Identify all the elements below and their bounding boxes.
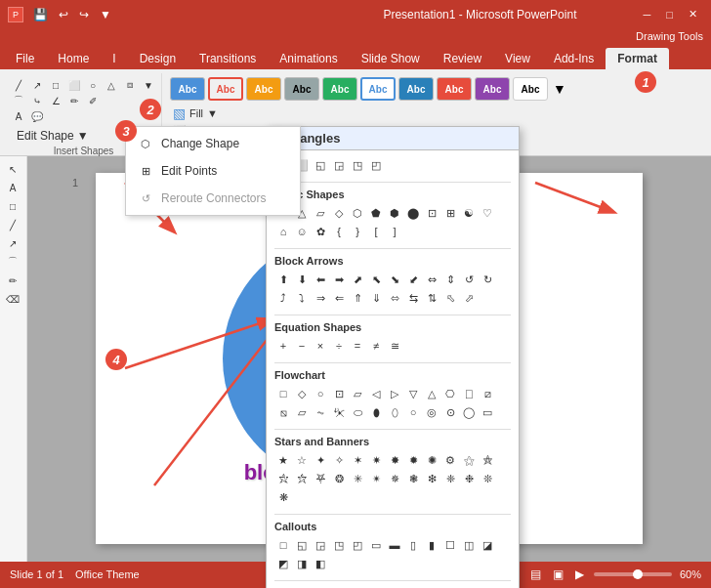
pointer-tool[interactable]: ↖ xyxy=(2,160,23,178)
ba-5[interactable]: ⬈ xyxy=(349,271,366,288)
tab-animations[interactable]: Animations xyxy=(268,48,349,69)
bs-3[interactable]: ▱ xyxy=(312,204,329,222)
eq-6[interactable]: ≠ xyxy=(367,337,385,355)
shape-btn-freeform[interactable]: ✏ xyxy=(65,93,83,108)
co-6[interactable]: ▭ xyxy=(367,536,385,554)
shape-btn-scribble[interactable]: ✐ xyxy=(84,93,102,108)
shape-btn-more[interactable]: ⧈ xyxy=(121,77,139,93)
ba-20[interactable]: ⇆ xyxy=(404,289,422,307)
st-18[interactable]: ✴ xyxy=(367,470,385,487)
bs-5[interactable]: ⬡ xyxy=(349,204,366,222)
snip-rect-shape[interactable]: ◱ xyxy=(312,156,329,174)
slideshow-button[interactable]: ▶ xyxy=(573,566,586,583)
bs-13[interactable]: ⌂ xyxy=(274,223,292,240)
maximize-button[interactable]: □ xyxy=(660,7,679,22)
tab-format[interactable]: Format xyxy=(606,48,669,69)
ba-14[interactable]: ⤵ xyxy=(293,289,311,307)
save-button[interactable]: 💾 xyxy=(29,6,52,23)
eq-2[interactable]: − xyxy=(293,337,311,355)
eq-5[interactable]: = xyxy=(349,337,366,355)
fc-19[interactable]: ⬯ xyxy=(386,403,403,421)
tab-view[interactable]: View xyxy=(493,48,542,69)
st-22[interactable]: ❈ xyxy=(441,470,459,487)
fc-7[interactable]: ▷ xyxy=(386,385,403,402)
fc-24[interactable]: ▭ xyxy=(479,403,496,421)
fc-4[interactable]: ⊡ xyxy=(330,385,348,402)
shape-btn-curve[interactable]: ⌒ xyxy=(10,93,27,108)
co-9[interactable]: ▮ xyxy=(423,536,440,554)
ba-13[interactable]: ⤴ xyxy=(274,289,292,307)
bs-12[interactable]: ♡ xyxy=(479,204,496,222)
shape-btn-arrow[interactable]: ↗ xyxy=(28,77,46,93)
bs-9[interactable]: ⊡ xyxy=(423,204,440,222)
co-8[interactable]: ▯ xyxy=(404,536,422,554)
st-1[interactable]: ★ xyxy=(274,451,292,469)
fc-8[interactable]: ▽ xyxy=(404,385,422,402)
st-25[interactable]: ❋ xyxy=(274,488,292,506)
tab-insert[interactable]: I xyxy=(101,48,127,69)
swatch-blue[interactable]: Abc xyxy=(170,77,205,101)
ba-3[interactable]: ⬅ xyxy=(312,271,329,288)
bs-7[interactable]: ⬢ xyxy=(386,204,403,222)
swatch-green[interactable]: Abc xyxy=(322,77,357,101)
co-15[interactable]: ◧ xyxy=(312,555,329,572)
bs-11[interactable]: ☯ xyxy=(460,204,478,222)
st-4[interactable]: ✧ xyxy=(330,451,348,469)
ba-18[interactable]: ⇓ xyxy=(367,289,385,307)
co-13[interactable]: ◩ xyxy=(274,555,292,572)
swatch-plain[interactable]: Abc xyxy=(513,77,548,101)
curve-tool[interactable]: ⌒ xyxy=(2,253,23,271)
shape-btn-line[interactable]: ╱ xyxy=(10,77,27,93)
ba-4[interactable]: ➡ xyxy=(330,271,348,288)
fc-12[interactable]: ⧄ xyxy=(479,385,496,402)
reading-view-button[interactable]: ▣ xyxy=(551,566,565,583)
fc-1[interactable]: □ xyxy=(274,385,292,402)
bs-6[interactable]: ⬟ xyxy=(367,204,385,222)
fc-22[interactable]: ⊙ xyxy=(441,403,459,421)
edit-shape-button[interactable]: Edit Shape ▼ xyxy=(10,126,96,146)
co-3[interactable]: ◲ xyxy=(312,536,329,554)
change-shape-item[interactable]: ⬡ Change Shape xyxy=(126,130,300,157)
shape-btn-textbox[interactable]: A xyxy=(10,108,27,124)
shape-btn-callout[interactable]: 💬 xyxy=(28,108,46,124)
eq-1[interactable]: + xyxy=(274,337,292,355)
shape-btn-connector[interactable]: ⤷ xyxy=(28,93,46,108)
co-14[interactable]: ◨ xyxy=(293,555,311,572)
fc-10[interactable]: ⎔ xyxy=(441,385,459,402)
ba-23[interactable]: ⬀ xyxy=(460,289,478,307)
zoom-slider[interactable] xyxy=(594,572,672,576)
co-12[interactable]: ◪ xyxy=(479,536,496,554)
swatch-outline-red[interactable]: Abc xyxy=(208,77,243,101)
st-21[interactable]: ❇ xyxy=(423,470,440,487)
st-2[interactable]: ☆ xyxy=(293,451,311,469)
st-6[interactable]: ✷ xyxy=(367,451,385,469)
ba-21[interactable]: ⇅ xyxy=(423,289,440,307)
tab-file[interactable]: File xyxy=(4,48,46,69)
tab-addins[interactable]: Add-Ins xyxy=(542,48,606,69)
shape-btn-rect[interactable]: □ xyxy=(47,77,64,93)
bs-19[interactable]: ] xyxy=(386,223,403,240)
st-14[interactable]: ⛦ xyxy=(293,470,311,487)
co-11[interactable]: ◫ xyxy=(460,536,478,554)
connector-tool[interactable]: ↗ xyxy=(2,234,23,252)
shape-btn-rounded[interactable]: ⬜ xyxy=(65,77,83,93)
slide-sorter-button[interactable]: ▤ xyxy=(528,566,543,583)
fc-20[interactable]: ○ xyxy=(404,403,422,421)
fc-9[interactable]: △ xyxy=(423,385,440,402)
eq-7[interactable]: ≅ xyxy=(386,337,403,355)
fc-17[interactable]: ⬭ xyxy=(349,403,366,421)
text-tool[interactable]: A xyxy=(2,179,23,196)
line-tool[interactable]: ╱ xyxy=(2,216,23,233)
fc-14[interactable]: ⏥ xyxy=(293,403,311,421)
swatch-red[interactable]: Abc xyxy=(437,77,472,101)
st-3[interactable]: ✦ xyxy=(312,451,329,469)
st-20[interactable]: ❃ xyxy=(404,470,422,487)
shape-scroll-down[interactable]: ▼ xyxy=(140,77,157,93)
bs-17[interactable]: } xyxy=(349,223,366,240)
tab-design[interactable]: Design xyxy=(128,48,188,69)
shape-btn-oval[interactable]: ○ xyxy=(84,77,102,93)
ba-19[interactable]: ⬄ xyxy=(386,289,403,307)
bs-16[interactable]: { xyxy=(330,223,348,240)
st-17[interactable]: ✳ xyxy=(349,470,366,487)
shape-btn-angle[interactable]: ∠ xyxy=(47,93,64,108)
